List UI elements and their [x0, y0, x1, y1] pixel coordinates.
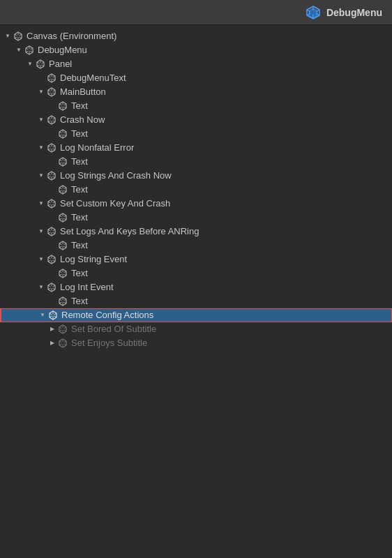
cube-icon [35, 59, 46, 70]
item-label: DebugMenu [38, 43, 87, 57]
cube-icon [46, 73, 57, 84]
expand-arrow[interactable] [25, 59, 35, 69]
tree-item-crash-now-text[interactable]: Text [0, 127, 392, 141]
cube-icon [46, 254, 57, 265]
item-label: Text [71, 266, 88, 280]
expand-arrow[interactable] [38, 310, 47, 320]
tree-item-debugmenu[interactable]: DebugMenu [0, 43, 392, 57]
item-label: Log Int Event [60, 280, 114, 294]
cube-icon [57, 338, 68, 349]
header-title: DebugMenu [326, 7, 382, 18]
tree-item-set-logs-keys-text[interactable]: Text [0, 239, 392, 252]
cube-icon [13, 31, 24, 42]
cube-icon [46, 226, 57, 237]
cube-icon [57, 128, 68, 140]
item-label: Text [71, 239, 88, 252]
expand-arrow[interactable] [36, 282, 46, 292]
cube-icon [57, 156, 68, 167]
cube-icon [46, 114, 57, 126]
cube-icon [24, 45, 35, 56]
tree-item-crash-now[interactable]: Crash Now [0, 113, 392, 127]
cube-icon [57, 100, 68, 112]
item-label: DebugMenuText [60, 71, 126, 85]
item-label: Text [71, 99, 88, 113]
item-label: Panel [49, 57, 72, 71]
cube-icon [46, 86, 57, 98]
item-label: Text [71, 127, 88, 141]
cube-icon [57, 184, 68, 195]
header: DebugMenu [0, 0, 392, 25]
cube-icon [46, 142, 57, 153]
tree-item-log-strings-crash-text[interactable]: Text [0, 183, 392, 197]
cube-icon [46, 282, 57, 293]
tree-item-log-int-event[interactable]: Log Int Event [0, 280, 392, 294]
item-label: Text [71, 183, 88, 197]
tree-item-log-string-event-text[interactable]: Text [0, 266, 392, 280]
collapse-arrow[interactable] [47, 338, 57, 348]
expand-arrow[interactable] [36, 227, 46, 236]
tree-item-set-enjoys[interactable]: Set Enjoys Subtitle [0, 336, 392, 350]
tree-item-log-int-event-text[interactable]: Text [0, 294, 392, 308]
tree-item-mainbutton[interactable]: MainButton [0, 85, 392, 99]
tree-item-set-custom-key[interactable]: Set Custom Key And Crash [0, 197, 392, 211]
item-label: Set Bored Of Subtitle [71, 322, 156, 336]
tree-item-log-strings-crash[interactable]: Log Strings And Crash Now [0, 169, 392, 183]
cube-icon [57, 212, 68, 223]
tree-item-set-bored[interactable]: Set Bored Of Subtitle [0, 322, 392, 336]
tree-item-debugmenutext[interactable]: DebugMenuText [0, 71, 392, 85]
tree-container: Canvas (Environment) DebugMenu [0, 25, 392, 558]
item-label: Text [71, 294, 88, 308]
tree-item-log-nonfatal-text[interactable]: Text [0, 155, 392, 169]
item-label: Crash Now [60, 113, 105, 127]
expand-arrow[interactable] [36, 255, 46, 264]
item-label: Canvas (Environment) [27, 29, 116, 43]
cube-icon [57, 240, 68, 251]
expand-arrow[interactable] [36, 143, 46, 153]
cube-icon [46, 198, 57, 209]
tree-item-mainbutton-text[interactable]: Text [0, 99, 392, 113]
expand-arrow[interactable] [14, 45, 24, 55]
expand-arrow[interactable] [36, 171, 46, 181]
tree-item-log-string-event[interactable]: Log String Event [0, 252, 392, 266]
tree-item-panel[interactable]: Panel [0, 57, 392, 71]
item-label: Text [71, 211, 88, 225]
item-label: Log Nonfatal Error [60, 141, 134, 155]
item-label: MainButton [60, 85, 106, 99]
expand-arrow[interactable] [3, 31, 13, 41]
item-label: Set Enjoys Subtitle [71, 336, 147, 350]
item-label: Log Strings And Crash Now [60, 169, 172, 183]
item-label: Text [71, 155, 88, 169]
collapse-arrow[interactable] [47, 324, 57, 334]
expand-arrow[interactable] [36, 87, 46, 97]
tree-item-log-nonfatal[interactable]: Log Nonfatal Error [0, 141, 392, 155]
tree-item-remote-config[interactable]: Remote Config Actions [0, 308, 392, 322]
cube-icon [47, 310, 59, 321]
expand-arrow[interactable] [36, 199, 46, 209]
cube-icon [46, 170, 57, 181]
item-label: Log String Event [60, 252, 127, 266]
tree-item-canvas[interactable]: Canvas (Environment) [0, 29, 392, 43]
expand-arrow[interactable] [36, 115, 46, 125]
item-label: Remote Config Actions [61, 308, 153, 322]
tree-item-set-logs-keys[interactable]: Set Logs And Keys Before ANRing [0, 225, 392, 239]
debug-menu-icon [306, 5, 321, 20]
tree-item-set-custom-key-text[interactable]: Text [0, 211, 392, 225]
cube-icon [57, 296, 68, 307]
item-label: Set Custom Key And Crash [60, 197, 170, 211]
item-label: Set Logs And Keys Before ANRing [60, 225, 199, 239]
cube-icon [57, 324, 68, 335]
cube-icon [57, 268, 68, 279]
